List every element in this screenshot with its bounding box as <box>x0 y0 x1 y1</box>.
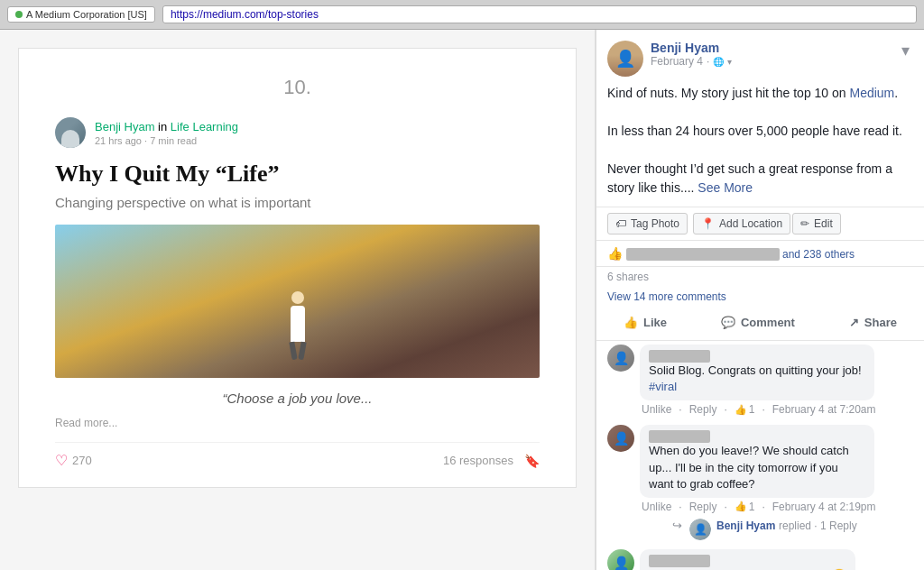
share-arrow-icon: ↗ <box>849 316 859 329</box>
heart-count: ♡ 270 <box>55 452 92 469</box>
category-link[interactable]: Life Learning <box>171 120 238 133</box>
edit-button[interactable]: ✏ Edit <box>792 213 841 234</box>
fb-post-line2: In less than 24 hours over 5,000 people … <box>607 122 913 141</box>
bookmark-icon: 🔖 <box>524 454 540 468</box>
article-footer: ♡ 270 16 responses 🔖 <box>55 442 540 469</box>
comment-2-author: ████████ <box>649 430 865 443</box>
author-avatar <box>55 117 86 148</box>
fb-chevron-icon: ▾ <box>727 57 732 67</box>
comment-1-unlike[interactable]: Unlike <box>642 403 671 416</box>
comment-1-actions: Unlike · Reply · 👍 1 · February 4 at 7:2… <box>640 403 876 416</box>
tag-photo-button[interactable]: 🏷 Tag Photo <box>607 213 688 234</box>
tab-label: A Medium Corporation [US] <box>26 9 147 20</box>
add-location-button[interactable]: 📍 Add Location <box>693 213 790 234</box>
comment-1-content: ████████ Solid Blog. Congrats on quittin… <box>640 345 876 416</box>
fb-more-button[interactable]: ▾ <box>898 41 913 60</box>
fb-post-date: February 4 <box>651 55 703 68</box>
time-ago: 21 hrs ago <box>95 135 142 146</box>
figure-leg-left <box>289 342 297 361</box>
share-label: Share <box>864 316 897 329</box>
author-meta: Benji Hyam in Life Learning 21 hrs ago ·… <box>95 120 238 146</box>
heart-number: 270 <box>72 454 92 467</box>
figure-body <box>291 306 305 342</box>
privacy-globe-icon: 🌐 <box>713 57 724 67</box>
read-more-link[interactable]: Read more... <box>55 417 540 429</box>
article-number: 10. <box>55 76 540 99</box>
fb-social-bar: 👍 Like 💬 Comment ↗ Share <box>596 308 924 341</box>
thumb-icon: 👍 <box>735 404 747 416</box>
fb-react-names: ████████████████████ and 238 others <box>626 248 855 261</box>
fb-post-time: February 4 · 🌐 ▾ <box>651 55 891 68</box>
article-quote: “Choose a job you love... <box>55 391 540 406</box>
fb-text-1: Kind of nuts. My story just hit the top … <box>607 86 849 100</box>
location-pin-icon: 📍 <box>701 217 715 230</box>
fb-share-button[interactable]: ↗ Share <box>835 310 911 335</box>
read-time: 7 min read <box>150 135 197 146</box>
fb-comment-button[interactable]: 💬 Comment <box>707 310 809 335</box>
browser-tab[interactable]: A Medium Corporation [US] <box>7 6 155 23</box>
in-label: in <box>158 120 167 133</box>
comment-1-body: Solid Blog. Congrats on quitting your jo… <box>649 363 862 377</box>
main-layout: 10. Benji Hyam in Life Learning 21 hrs a… <box>0 30 924 570</box>
edit-label: Edit <box>814 217 833 230</box>
fb-like-button[interactable]: 👍 Like <box>609 310 681 335</box>
figure-legs <box>291 342 305 360</box>
avatar-image <box>55 117 86 148</box>
medium-panel: 10. Benji Hyam in Life Learning 21 hrs a… <box>0 30 596 570</box>
comment-3-author: ████████ <box>649 555 846 567</box>
add-location-label: Add Location <box>719 217 782 230</box>
reply-arrow-icon: ↪ <box>672 519 682 532</box>
fb-post-text: Kind of nuts. My story just hit the top … <box>596 84 924 207</box>
fb-post-line3: Never thought I’d get such a great respo… <box>607 160 913 198</box>
comment-2-bubble: ████████ When do you leave!? We should c… <box>640 425 874 498</box>
author-name-link[interactable]: Benji Hyam <box>95 120 154 133</box>
comment-1-avatar-img: 👤 <box>607 345 634 372</box>
fb-comments-section: 👤 ████████ Solid Blog. Congrats on quitt… <box>596 341 924 570</box>
fb-reactions-left: 👍 ████████████████████ and 238 others <box>607 246 855 261</box>
facebook-panel: 👤 Benji Hyam February 4 · 🌐 ▾ ▾ Kind of … <box>596 30 924 570</box>
fb-view-comments[interactable]: View 14 more comments <box>596 287 924 308</box>
article-image <box>55 225 540 378</box>
thumb-icon-2: 👍 <box>735 501 747 512</box>
fb-medium-link[interactable]: Medium <box>849 86 894 100</box>
tag-icon: 🏷 <box>615 217 626 230</box>
comment-1-bubble: ████████ Solid Blog. Congrats on quittin… <box>640 345 874 400</box>
nested-reply-text: replied · 1 Reply <box>779 519 857 532</box>
figure-head <box>291 291 304 304</box>
fb-action-buttons: 🏷 Tag Photo 📍 Add Location ✏ Edit <box>596 207 924 241</box>
responses-bookmark: 16 responses 🔖 <box>443 454 540 468</box>
comment-3-avatar-img: 👤 <box>607 549 634 570</box>
author-sub: 21 hrs ago · 7 min read <box>95 135 238 146</box>
comment-2-likes: 👍 1 <box>735 501 755 513</box>
url-bar[interactable]: https://medium.com/top-stories <box>162 5 917 23</box>
nested-reply-author[interactable]: Benji Hyam <box>716 519 775 532</box>
browser-toolbar: A Medium Corporation [US] https://medium… <box>0 0 924 30</box>
article-figure <box>291 291 305 360</box>
comment-2-avatar-img: 👤 <box>607 425 634 452</box>
fb-comment-3: 👤 ████████ Straight up. Come for a visit… <box>607 549 913 570</box>
comment-1-text: Solid Blog. Congrats on quitting your jo… <box>649 363 865 395</box>
comment-1-reply[interactable]: Reply <box>689 403 717 416</box>
comment-1-likes: 👍 1 <box>735 403 755 416</box>
thumbs-up-icon: 👍 <box>624 316 638 329</box>
responses-count: 16 responses <box>443 454 513 467</box>
article-title: Why I Quit My “Life” <box>55 161 540 188</box>
nested-reply-content: Benji Hyam replied · 1 Reply <box>716 519 857 532</box>
tag-photo-label: Tag Photo <box>631 217 679 230</box>
author-row: Benji Hyam in Life Learning 21 hrs ago ·… <box>55 117 540 148</box>
comment-2-avatar: 👤 <box>607 425 634 452</box>
comment-2-date: February 4 at 2:19pm <box>772 501 876 513</box>
author-name-row: Benji Hyam in Life Learning <box>95 120 238 133</box>
comment-2-reply[interactable]: Reply <box>689 501 717 513</box>
article-card: 10. Benji Hyam in Life Learning 21 hrs a… <box>18 48 577 488</box>
figure-leg-right <box>298 342 306 361</box>
nested-reply-avatar: 👤 <box>689 519 711 540</box>
fb-comment-1: 👤 ████████ Solid Blog. Congrats on quitt… <box>607 345 913 416</box>
comment-2-text: When do you leave!? We should catch up..… <box>649 443 865 492</box>
article-subtitle: Changing perspective on what is importan… <box>55 195 540 210</box>
comment-2-content: ████████ When do you leave!? We should c… <box>640 425 876 540</box>
fb-see-more[interactable]: See More <box>698 180 753 195</box>
comment-1-author: ████████ <box>649 350 865 363</box>
fb-poster-name[interactable]: Benji Hyam <box>651 41 891 55</box>
comment-2-unlike[interactable]: Unlike <box>642 501 671 513</box>
